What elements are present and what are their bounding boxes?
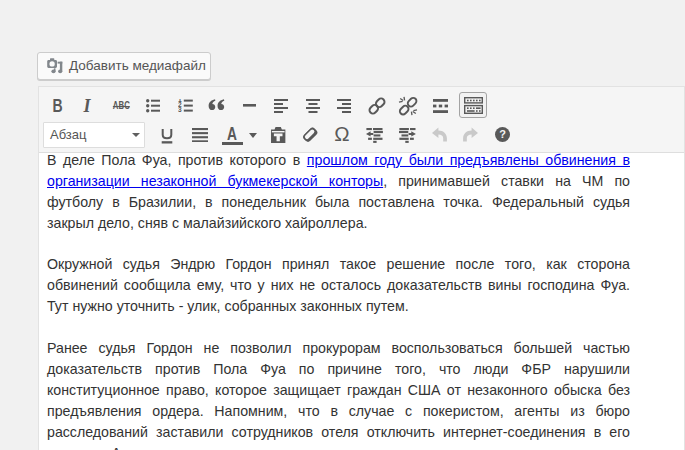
svg-text:3: 3 [178, 106, 182, 112]
